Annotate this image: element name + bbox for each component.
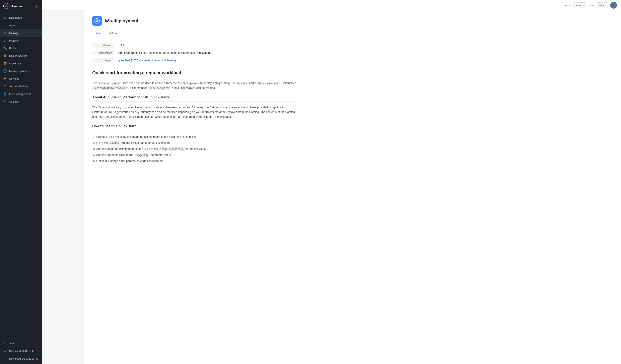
list-item: Go to the values tab and fill in a name … bbox=[96, 140, 297, 146]
tab-values[interactable]: Values bbox=[105, 30, 121, 37]
servicemonitor-code: ServiceMonitor bbox=[148, 87, 171, 90]
description-row: Description: App Platform quick start He… bbox=[92, 51, 297, 55]
image-tag-code: image.tag bbox=[134, 154, 150, 157]
app-header: k8s-deployment bbox=[92, 16, 297, 26]
sidebar-item-label: Settings bbox=[9, 100, 19, 103]
builds-icon: 🔧 bbox=[3, 46, 7, 50]
sidebar-item-label: Apps bbox=[9, 24, 15, 27]
team-label: team: bbox=[588, 4, 595, 7]
sidebar-nav: ⊞ Dashboard ⠿ Apps ☰ Catalog 🗂 Projects … bbox=[0, 12, 42, 107]
sidebar-item-label: Network Policies bbox=[9, 70, 29, 73]
view-label: view: bbox=[565, 4, 571, 7]
network-policies-icon: 🌐 bbox=[3, 69, 7, 73]
sidebar-item-sealed-secrets[interactable]: 🔒 Sealed Secrets bbox=[0, 52, 42, 60]
security-policies-icon: 🛡 bbox=[3, 85, 7, 88]
settings-icon: ⚙ bbox=[3, 100, 7, 103]
about-divider bbox=[92, 101, 297, 102]
app-title: k8s-deployment bbox=[105, 18, 138, 23]
app-icon bbox=[92, 16, 102, 26]
workloads-icon: 📦 bbox=[3, 62, 7, 65]
sidebar-item-network-policies[interactable]: 🌐 Network Policies bbox=[0, 67, 42, 75]
brand-name: Akamai bbox=[11, 4, 22, 8]
sidebar-logo: Akamai bbox=[3, 3, 22, 9]
sidebar-item-projects[interactable]: 🗂 Projects bbox=[0, 37, 42, 44]
sidebar-item-label: Workloads bbox=[9, 62, 21, 65]
list-item: Create a Build and copy the image reposi… bbox=[96, 134, 297, 140]
sidebar-item-apps[interactable]: ⠿ Apps bbox=[0, 21, 42, 29]
download-kubecfg-icon: ⬇ bbox=[3, 349, 7, 353]
view-select[interactable]: team ▾ bbox=[573, 2, 586, 8]
sidebar-item-download-kubecfg[interactable]: ⬇ Download KUBECFG bbox=[0, 347, 42, 355]
main-content: k8s-deployment Info Values Version: 1.1.… bbox=[84, 10, 621, 364]
tabs: Info Values bbox=[92, 30, 297, 37]
deployment-code: Deployment bbox=[181, 82, 199, 85]
how-to-list: Create a Build and copy the image reposi… bbox=[92, 134, 297, 164]
sidebar-header: Akamai ❮ bbox=[0, 0, 42, 12]
repo-row: Repo: gitea.lke341670.akamai-apl.net/oto… bbox=[92, 58, 297, 63]
list-item: Add the image repository name of the Bui… bbox=[96, 146, 297, 152]
sidebar-item-services[interactable]: ⚡ Services bbox=[0, 75, 42, 83]
user-management-icon: 👤 bbox=[3, 92, 7, 96]
sidebar-item-label: Builds bbox=[9, 47, 16, 50]
hpa-code: HorizontalPodAutoscaler bbox=[92, 87, 128, 90]
apps-icon: ⠿ bbox=[3, 23, 7, 27]
version-row: Version: 1.1.0 bbox=[92, 43, 297, 48]
sidebar-item-label: Catalog bbox=[9, 32, 18, 35]
how-to-divider bbox=[92, 130, 297, 130]
view-chevron-icon: ▾ bbox=[582, 4, 583, 6]
sidebar-item-settings[interactable]: ⚙ Settings bbox=[0, 98, 42, 105]
serviceaccount-code: ServiceAccount bbox=[257, 82, 280, 85]
sidebar-item-shell[interactable]: ›_ Shell bbox=[0, 340, 42, 347]
catalog-icon: ☰ bbox=[3, 31, 7, 35]
about-body: The Catalog is a library of curated Helm… bbox=[92, 105, 297, 119]
image-repository-code: image.repository bbox=[159, 147, 185, 151]
services-icon: ⚡ bbox=[3, 77, 7, 81]
sidebar-bottom-nav: ›_ Shell ⬇ Download KUBECFG ⬇ Download D… bbox=[0, 338, 42, 364]
configmap-code: Configmap bbox=[180, 87, 196, 90]
sidebar: Akamai ❮ ⊞ Dashboard ⠿ Apps ☰ Catalog 🗂 … bbox=[0, 0, 42, 364]
info-table: Version: 1.1.0 Description: App Platform… bbox=[92, 43, 297, 63]
values-code: values bbox=[108, 141, 120, 145]
sidebar-collapse-button[interactable]: ❮ bbox=[35, 3, 39, 9]
team-value: labs bbox=[599, 4, 604, 7]
version-value: 1.1.0 bbox=[118, 43, 124, 47]
k8s-icon bbox=[94, 18, 100, 24]
sidebar-item-builds[interactable]: 🔧 Builds bbox=[0, 44, 42, 52]
repo-link[interactable]: gitea.lke341670.akamai-apl.net/otomi/cha… bbox=[118, 58, 177, 62]
repo-label: Repo: bbox=[92, 58, 114, 63]
service-code: Service bbox=[236, 82, 248, 85]
sidebar-item-security-policies[interactable]: 🛡 Security Policies bbox=[0, 83, 42, 90]
quick-start-title: Quick start for creating a regular workl… bbox=[92, 70, 297, 75]
k8s-deployment-code: k8s-deployment bbox=[98, 82, 121, 85]
view-value: team bbox=[576, 4, 582, 7]
user-avatar-button[interactable]: 👤 bbox=[610, 2, 617, 9]
list-item: Add the tag of the Build to the image.ta… bbox=[96, 152, 297, 158]
sidebar-item-label: Download DOCKERCFG bbox=[9, 357, 38, 360]
sidebar-item-download-dockercfg[interactable]: ⬇ Download DOCKERCFG bbox=[0, 355, 42, 362]
sidebar-item-label: Security Policies bbox=[9, 85, 28, 88]
avatar-icon: 👤 bbox=[612, 3, 616, 7]
team-chevron-icon: ▾ bbox=[604, 4, 605, 6]
projects-icon: 🗂 bbox=[3, 39, 7, 42]
akamai-logo-icon bbox=[3, 3, 10, 9]
description-label: Description: bbox=[92, 51, 114, 55]
quick-start-body: The k8s-deployment Helm chart can be use… bbox=[92, 81, 297, 90]
download-dockercfg-icon: ⬇ bbox=[3, 357, 7, 360]
sidebar-item-label: Services bbox=[9, 77, 19, 80]
sidebar-item-label: Sealed Secrets bbox=[9, 54, 27, 57]
about-title: About Application Platform for LKE quick… bbox=[92, 95, 297, 99]
topbar: view: team ▾ team: labs ▾ 👤 bbox=[42, 0, 621, 10]
sidebar-item-catalog[interactable]: ☰ Catalog bbox=[0, 29, 42, 37]
sidebar-item-user-management[interactable]: 👤 User Management bbox=[0, 90, 42, 98]
sealed-secrets-icon: 🔒 bbox=[3, 54, 7, 58]
how-to-title: How to use this quick start bbox=[92, 124, 297, 128]
team-select[interactable]: labs ▾ bbox=[597, 2, 608, 8]
sidebar-item-workloads[interactable]: 📦 Workloads bbox=[0, 60, 42, 67]
sidebar-item-label: Shell bbox=[9, 342, 15, 345]
shell-icon: ›_ bbox=[3, 342, 7, 345]
sidebar-item-label: Projects bbox=[9, 39, 19, 42]
tab-info[interactable]: Info bbox=[92, 30, 105, 37]
sidebar-item-dashboard[interactable]: ⊞ Dashboard bbox=[0, 14, 42, 21]
sidebar-item-label: Dashboard bbox=[9, 16, 22, 19]
sidebar-item-label: Download KUBECFG bbox=[9, 349, 34, 353]
